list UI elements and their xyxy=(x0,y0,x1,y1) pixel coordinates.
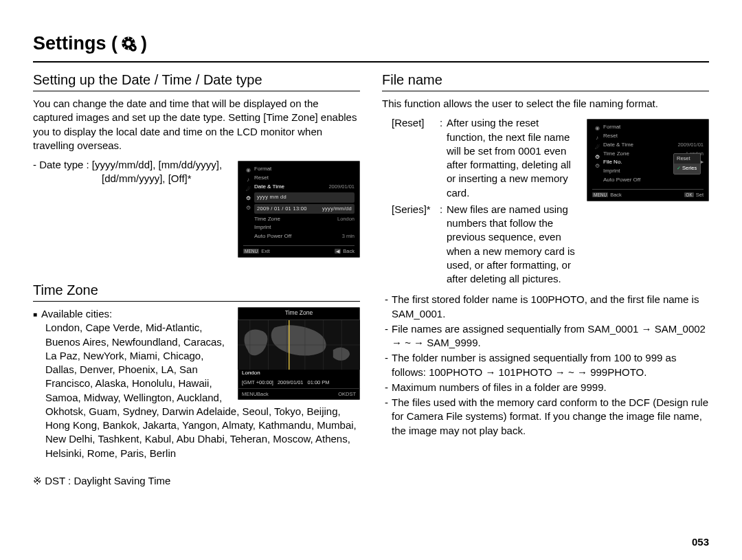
page-number: 053 xyxy=(692,536,709,548)
section-body-date: You can change the date and time that wi… xyxy=(33,97,360,153)
section-heading-date: Setting up the Date / Time / Date type xyxy=(33,72,360,88)
fileno-popup: Reset Series xyxy=(673,153,701,174)
page-title: Settings ( xyxy=(33,33,709,54)
dst-note: ※ DST : Daylight Saving Time xyxy=(33,474,360,488)
bullet-item: File names are assigned sequentially fro… xyxy=(392,322,709,350)
svg-point-2 xyxy=(126,41,131,45)
svg-point-11 xyxy=(132,47,134,49)
reset-val: After using the reset function, the next… xyxy=(447,116,580,200)
lcd-sidebar-icons: ◉♪☄⚙⚙ xyxy=(243,165,253,214)
right-column: File name This function allows the user … xyxy=(382,72,709,539)
title-prefix: Settings ( xyxy=(33,33,117,54)
reset-key: [Reset] xyxy=(392,116,440,200)
title-suffix: ) xyxy=(141,33,147,54)
title-rule xyxy=(33,61,709,63)
filename-bullets: The first stored folder name is 100PHOTO… xyxy=(382,293,709,438)
bullet-item: The folder number is assigned sequential… xyxy=(392,351,709,379)
lcd-edit-line2: 2009 / 01 / 01 13:00yyyy/mm/dd xyxy=(254,204,355,214)
series-val: New files are named using numbers that f… xyxy=(447,203,580,287)
section-rule-tz xyxy=(33,301,360,302)
lcd-edit-line1: yyyy mm dd xyxy=(254,192,355,202)
bullet-item: Maximum numbers of files in a folder are… xyxy=(392,381,709,394)
left-column: Setting up the Date / Time / Date type Y… xyxy=(33,72,360,539)
bullet-item: The first stored folder name is 100PHOTO… xyxy=(392,293,709,321)
section-heading-timezone: Time Zone xyxy=(33,282,360,298)
series-key: [Series]* xyxy=(392,203,440,287)
section-heading-filename: File name xyxy=(382,72,709,88)
lcd-date-screenshot: ◉♪☄⚙⚙ Format Reset Date & Time2009/01/01… xyxy=(238,161,360,258)
gear-icon xyxy=(120,35,138,53)
bullet-item: The files used with the memory card conf… xyxy=(392,396,709,438)
lcd-fileno-screenshot: ◉♪☄⚙⚙ Format Reset Date & Time2009/01/01… xyxy=(587,119,709,201)
section-rule xyxy=(33,91,360,91)
lcd-sidebar-icons: ◉♪☄⚙⚙ xyxy=(592,123,602,172)
section-rule-fn xyxy=(382,91,709,91)
lcd-timezone-screenshot: Time Zone xyxy=(238,307,360,400)
world-map-icon xyxy=(238,320,360,370)
filename-intro: This function allows the user to select … xyxy=(382,97,709,111)
